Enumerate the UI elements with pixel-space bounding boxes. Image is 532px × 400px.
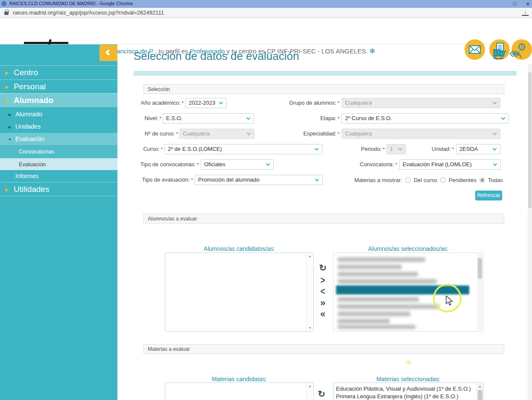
student-row-redacted[interactable] <box>338 304 439 309</box>
title-underline-bar <box>134 71 517 76</box>
listbox-scrollbar[interactable]: ▲ <box>476 383 483 400</box>
alumnos-candidatos-label: Alumnos/as candidatos/as: <box>165 245 314 252</box>
sidebar-item-label: Evaluación <box>19 161 46 168</box>
refrescar-button[interactable]: Refrescar <box>475 191 502 200</box>
arrow-right-icon: ▶ <box>5 98 9 103</box>
radio-del-curso[interactable] <box>405 177 411 183</box>
sidebar-item-label: Alumnado <box>14 96 53 105</box>
student-row-redacted[interactable] <box>338 319 390 324</box>
radio-pendientes[interactable] <box>440 177 446 183</box>
arrow-right-icon: ▶ <box>5 187 9 192</box>
arrow-down-icon: ▼ <box>8 138 12 141</box>
transfer-all-left-icon[interactable]: « <box>318 309 328 320</box>
student-row-redacted[interactable] <box>338 265 402 269</box>
sidebar-item-label: Informes <box>15 173 38 179</box>
unidad-select[interactable]: 2ESOA <box>456 144 500 154</box>
etapa-select[interactable]: 2º Curso de E.S.O. <box>342 113 509 124</box>
sidebar-item-alumnado[interactable]: ▶ Alumnado <box>0 93 117 107</box>
radio-todas-label[interactable]: Todas <box>488 177 503 183</box>
grupo-alumnos-label: Grupo de alumnos:* <box>271 98 339 108</box>
radio-del-curso-label[interactable]: Del curso <box>414 177 437 183</box>
undo-icon[interactable] <box>508 48 523 61</box>
nivel-select[interactable]: E.S.O. <box>163 113 254 124</box>
tipo-convocatorias-label: Tipo de convocatorias:* <box>131 159 199 170</box>
scroll-thumb[interactable] <box>478 390 482 400</box>
page-scrollbar[interactable] <box>528 64 532 400</box>
transfer-right-icon[interactable]: > <box>318 275 328 285</box>
etapa-label: Etapa:* <box>271 113 339 124</box>
especialidad-select: Cualquiera <box>342 129 500 139</box>
sidebar-item-centro[interactable]: ▶ Centro <box>0 65 117 79</box>
transfer-all-right-icon[interactable]: » <box>318 297 328 309</box>
num-curso-select: Cualquiera <box>179 129 254 139</box>
student-row-redacted[interactable] <box>338 312 410 316</box>
radio-pendientes-label[interactable]: Pendientes <box>449 177 476 183</box>
ano-academico-select[interactable]: 2022-2023 <box>185 98 227 108</box>
chevron-down-icon <box>501 116 506 120</box>
page-scroll-thumb[interactable] <box>528 72 532 209</box>
materia-item[interactable]: Primera Lengua Extranjera (Inglés) (1º d… <box>336 393 473 400</box>
chevron-down-icon <box>493 162 497 166</box>
messages-button[interactable] <box>465 39 485 60</box>
chevron-down-icon <box>219 100 223 105</box>
scroll-up-icon[interactable]: ▲ <box>307 254 313 258</box>
listbox-scrollbar[interactable] <box>477 254 482 330</box>
sidebar-nav: ▶ Centro ▶ Personal ▶ Alumnado ▶ Alumnad… <box>0 44 117 400</box>
student-row-redacted[interactable] <box>338 297 419 302</box>
chevron-down-icon <box>493 100 497 105</box>
alumnos-seleccionados-listbox[interactable] <box>333 253 484 332</box>
listbox-scrollbar[interactable]: ▲ <box>306 383 313 400</box>
nivel-label: Nivel:* <box>93 113 161 124</box>
student-row-redacted[interactable] <box>338 272 418 276</box>
sidebar-item-personal[interactable]: ▶ Personal <box>0 79 117 93</box>
radio-todas[interactable] <box>479 177 485 183</box>
scroll-up-icon[interactable]: ▲ <box>307 384 313 388</box>
chevron-down-icon <box>493 147 497 151</box>
scroll-thumb[interactable] <box>478 258 482 279</box>
seleccion-section-header: Selección <box>143 84 504 94</box>
materias-candidatas-label: Materias candidatas: <box>165 376 314 382</box>
materias-candidatas-listbox[interactable]: ▲ <box>165 382 314 400</box>
materia-item[interactable]: Educación Plástica, Visual y Audiovisual… <box>336 385 473 392</box>
sidebar-item-label: Utilidades <box>14 185 49 194</box>
student-row-redacted[interactable] <box>338 325 415 329</box>
sidebar-item-utilidades[interactable]: ▶ Utilidades <box>0 182 117 196</box>
sidebar-item-evaluacion[interactable]: ▼ Evaluación <box>0 133 117 145</box>
center-switch-icon[interactable]: ✻ <box>369 47 375 55</box>
browser-window: RAICES.CLD.COMUNIDAD DE MADRID - Google … <box>0 0 532 400</box>
listbox-scrollbar[interactable]: ▲ ▼ <box>306 253 313 331</box>
sidebar-item-label: Evaluación <box>15 135 45 142</box>
curso-select[interactable]: 2º de E.S.O.(LOMCE) <box>164 144 322 154</box>
student-row-redacted[interactable] <box>338 257 425 262</box>
alumnos-candidatos-listbox[interactable]: ▲ ▼ <box>165 253 314 332</box>
arrow-right-icon: ▶ <box>5 71 9 75</box>
sidebar-item-evaluacion-sub[interactable]: Evaluación <box>0 158 117 170</box>
arrow-right-icon: ▶ <box>9 113 11 117</box>
convocatoria-select[interactable]: Evaluación Final (LOMLOE) <box>399 159 501 170</box>
student-row-redacted[interactable] <box>338 279 437 284</box>
sidebar-item-informes[interactable]: Informes <box>0 171 117 182</box>
maximize-button[interactable]: □ <box>511 0 519 6</box>
tipo-convocatorias-select[interactable]: Oficiales <box>201 159 274 170</box>
sidebar-divider <box>0 196 117 196</box>
close-button[interactable]: × <box>523 0 532 7</box>
alumnos-seleccionados-label: Alumnos/as seleccionados/as: <box>333 245 484 252</box>
transfer-refresh-icon[interactable]: ↻ <box>318 263 328 273</box>
url-text[interactable]: raices.madrid.org/raiz_app/jsp/Acceso.js… <box>13 9 164 16</box>
chevron-left-icon <box>105 50 111 56</box>
click-residue-highlight <box>405 360 412 365</box>
download-icon[interactable]: ↓ <box>522 9 529 16</box>
materias-seleccionadas-listbox[interactable]: Educación Plástica, Visual y Audiovisual… <box>333 382 484 400</box>
tipo-evaluacion-select[interactable]: Promoción del alumnado <box>195 175 323 185</box>
save-icon[interactable] <box>492 48 505 61</box>
transfer-refresh-icon[interactable]: ↻ <box>316 389 327 399</box>
scroll-up-icon[interactable]: ▲ <box>478 385 482 388</box>
chevron-down-icon <box>493 131 497 135</box>
url-bar[interactable]: raices.madrid.org/raiz_app/jsp/Acceso.js… <box>0 8 532 18</box>
transfer-left-icon[interactable]: < <box>318 286 328 297</box>
padlock-icon <box>4 12 9 15</box>
page-title: Selección de datos de evaluación <box>134 50 299 63</box>
sidebar-collapse-button[interactable] <box>99 45 117 61</box>
scroll-down-icon[interactable]: ▼ <box>307 326 313 330</box>
arrow-right-icon: ▶ <box>9 125 11 129</box>
